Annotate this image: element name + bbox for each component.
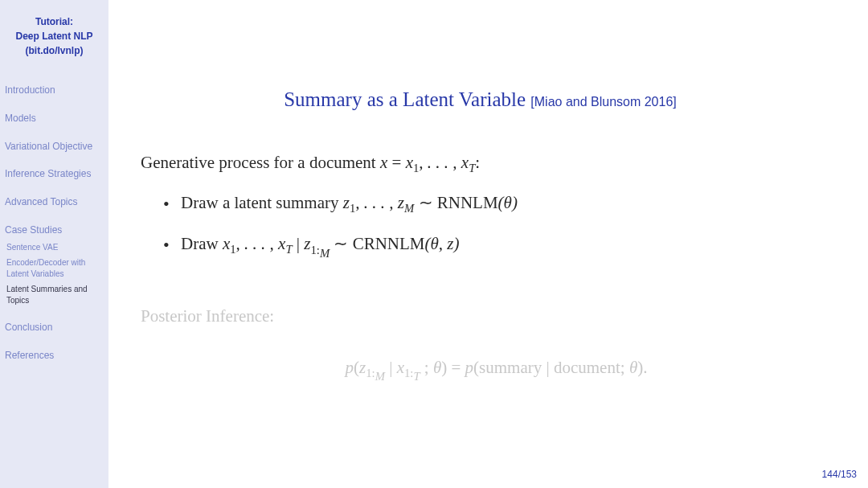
bullet1-math: z1, . . . , zM ∼ RNNLM(θ) [343, 193, 518, 212]
sidebar: Tutorial: Deep Latent NLP (bit.do/lvnlp)… [0, 0, 108, 488]
nav-conclusion[interactable]: Conclusion [5, 321, 104, 334]
nav-advanced-topics[interactable]: Advanced Topics [5, 195, 104, 209]
bullet2-prefix: Draw [181, 234, 223, 253]
title-citation: [Miao and Blunsom 2016] [530, 95, 676, 109]
posterior-equation: p(z1:M | x1:T ; θ) = p(summary | documen… [141, 358, 820, 383]
intro-line: Generative process for a document x = x1… [141, 150, 820, 178]
nav-sub-sentence-vae[interactable]: Sentence VAE [6, 242, 104, 253]
intro-prefix: Generative process for a document [141, 153, 380, 172]
bullet-1: Draw a latent summary z1, . . . , zM ∼ R… [181, 190, 820, 219]
nav-variational-objective[interactable]: Variational Objective [5, 140, 104, 154]
bullet1-prefix: Draw a latent summary [181, 193, 343, 212]
nav-inference-strategies[interactable]: Inference Strategies [5, 167, 104, 181]
eq-document: document [554, 358, 620, 377]
nav-references[interactable]: References [5, 349, 104, 363]
nav-case-studies[interactable]: Case Studies [5, 223, 104, 237]
bullet2-math: x1, . . . , xT | z1:M ∼ CRNNLM(θ, z) [223, 234, 460, 253]
slide-content: Summary as a Latent Variable [Miao and B… [108, 0, 868, 488]
sidebar-header: Tutorial: Deep Latent NLP (bit.do/lvnlp) [5, 14, 104, 58]
nav-sub-encoder-decoder[interactable]: Encoder/Decoder with Latent Variables [6, 257, 104, 280]
bullet-2: Draw x1, . . . , xT | z1:M ∼ CRNNLM(θ, z… [181, 231, 820, 263]
nav-models[interactable]: Models [5, 112, 104, 125]
title-main: Summary as a Latent Variable [284, 88, 526, 110]
nav-introduction[interactable]: Introduction [5, 84, 104, 97]
header-line3: (bit.do/lvnlp) [5, 43, 104, 58]
bullet-list: Draw a latent summary z1, . . . , zM ∼ R… [141, 190, 820, 263]
nav-sub-latent-summaries[interactable]: Latent Summaries and Topics [6, 284, 104, 306]
slide-title: Summary as a Latent Variable [Miao and B… [141, 88, 820, 111]
intro-math: x = x1, . . . , xT [380, 153, 475, 172]
header-line2: Deep Latent NLP [5, 29, 104, 43]
eq-summary: summary [479, 358, 542, 377]
header-line1: Tutorial: [5, 14, 104, 29]
page-number: 144/153 [822, 469, 857, 480]
posterior-heading: Posterior Inference: [141, 303, 820, 330]
